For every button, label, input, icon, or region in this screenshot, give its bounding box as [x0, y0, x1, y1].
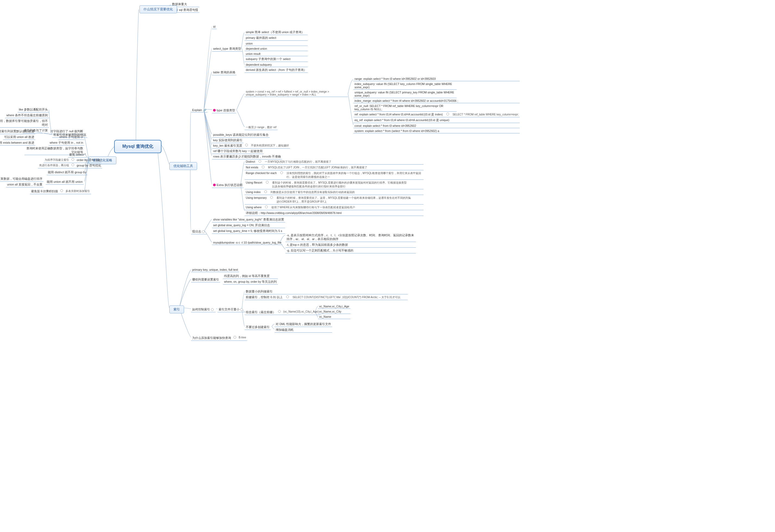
cc-2: vc_Name: [318, 314, 350, 319]
join-circle: [202, 230, 205, 233]
explain-type[interactable]: ➊type 连接类型: [212, 108, 236, 113]
tp-2: unique_subquery: value IN (SELECT primar…: [353, 90, 457, 98]
why-fast-label: 为什么添加索引能够加快查询: [192, 336, 231, 340]
join-circle: [266, 181, 269, 184]
slowlog-items: show variables like "slow_query_log%" 查看…: [212, 217, 285, 234]
join-circle: [446, 113, 449, 115]
explain-id: id: [212, 24, 217, 29]
join-circle: [262, 166, 265, 168]
explain-label: Explain: [192, 108, 202, 112]
iu-lo-0: 对索引列设置默认值以改进: [0, 129, 35, 134]
iu-1: where 条件不符合最左前缀原则: [5, 113, 49, 118]
join-circle: [259, 160, 261, 163]
st-4: union result: [245, 52, 308, 56]
st-3: dependent union: [245, 46, 308, 51]
index-unused-node[interactable]: 有索引但未被用到的情况: [52, 132, 87, 138]
topic-index[interactable]: 索引: [169, 306, 184, 313]
sl-1: set global slow_query_log = ON; 开启满日志: [212, 223, 285, 228]
fs-1: 前缀索引，控制在 0.31 以上: [246, 295, 283, 299]
ex-2v: 没有找到理想的索引，因此对于从前面表中来的每一个行组合，MYSQL检查使用哪个索…: [287, 171, 422, 179]
extra-detail-link[interactable]: 详细说明：http://www.cnitblog.com/aliyiyi08/a…: [245, 211, 423, 216]
orderby-row: 为排序字段建立索引 order by 语句优化: [43, 158, 101, 163]
unionall-label[interactable]: 能用 union all 就不用 union: [46, 179, 84, 185]
ex-5v: 看到这个的时候，查询需要优化了。这里，MYSQL需要创建一个临时表来存储结果，这…: [277, 196, 412, 204]
fs-0: 数据量小的列做索引: [245, 289, 408, 294]
join-circle: [71, 163, 74, 166]
ds-2: -g, 后边可以写一个正则匹配模式，大小写不敏感的: [286, 248, 416, 253]
explain-extra[interactable]: ➊Extra 执行状态说明: [212, 182, 244, 188]
ds-0: -s, 是表示按照何种方式排序，c、t、l、r分别是按照记录次数、时间、查询时间…: [286, 233, 416, 242]
ex-3k: Using filesort: [246, 181, 262, 184]
fs-3[interactable]: 不要过多创建索引: [245, 325, 271, 330]
control-index[interactable]: 如何控制索引: [191, 307, 216, 312]
warn-icon: ➊: [213, 183, 216, 187]
ex-4k: Using index: [246, 190, 261, 194]
ex-6k: Using where: [246, 206, 262, 209]
slowlog-node[interactable]: 慢日志: [191, 229, 207, 234]
which-cols[interactable]: 哪些列需要设置索引: [191, 277, 220, 282]
explain-keylen-note: 不损失精度的情况下，越短越好: [251, 144, 289, 148]
orderby-label: order by 语句优化: [77, 158, 100, 162]
ex-6v: 使用了WHERE从句来限制哪些行将与下一张表匹配或者是返回给用户: [271, 206, 355, 209]
slowlog-label: 慢日志: [192, 230, 201, 233]
join-circle: [211, 308, 214, 311]
tp-5-side: SELECT * FROM ref_table WHERE key_column…: [453, 113, 519, 116]
oc-1: 增加磁盘消耗: [275, 328, 332, 333]
ex-5k: Using temporary: [246, 196, 267, 199]
sl-2: set global long_query_time = 5; 修改慢查询时间为…: [212, 229, 285, 234]
explain-type-text: type 连接类型: [217, 109, 235, 112]
ex-1k: Not exists: [246, 166, 258, 169]
overcreate-notes: 对 DML 性能影响大，频繁的更新索引文件 增加磁盘消耗: [275, 322, 332, 333]
join-circle: [270, 196, 273, 199]
selecttype-items: simple 简单 select（不使用 union 或子查询） primary…: [245, 30, 308, 73]
wc-1: where, on, group by, order by 等关注的列: [223, 279, 278, 285]
tp-1: index_subquery: value IN (SELECT key_col…: [353, 82, 457, 90]
cc-1: vc_Name,vc_City: [318, 309, 350, 314]
explain-keylen-row: key_len 最长索引宽度 不损失精度的情况下，越短越好: [212, 143, 290, 149]
combo-row: 组合索引（最左前缀） (vc_Name(10),vc_City,i_Age);: [245, 310, 321, 315]
file-small-label: 索引文件尽量小: [219, 308, 240, 311]
file-small[interactable]: 索引文件尽量小: [218, 307, 245, 312]
index-types: primary key, unique, index, full text: [191, 267, 239, 272]
wc-0: 纬度高的列，例如 id 等高不重复度: [223, 274, 278, 279]
join-circle: [278, 310, 281, 313]
topic-tools[interactable]: 优化辅助工具: [169, 162, 197, 170]
join-circle: [71, 158, 74, 161]
distinct-label: 能用 distinct 就不用 group by: [47, 170, 87, 175]
explain-selecttype[interactable]: select_type 查询类型: [212, 46, 242, 52]
root-node: Mysql 查询优化: [114, 140, 161, 153]
explain-pk: possible_keys 该表能定位到行的索引集合: [212, 132, 270, 138]
iu-0: like 参数以通配符开头: [18, 107, 49, 112]
warn-icon: ➊: [213, 109, 216, 112]
why-fast-note: B-tree: [239, 336, 246, 340]
unionall-notes: union 会排序去掉重复数据，可能会用磁盘进行排序 union all 直接返…: [0, 177, 43, 187]
explain-extra-text: Extra 执行状态说明: [217, 183, 243, 187]
groupby-row: 先进行条件筛选，再分组 group by 语句优化: [38, 163, 102, 168]
ex-2k: Range checked for each: [246, 171, 277, 175]
prefix-desc: SELECT COUNT(DISTINCT(LEFT(`title`,10)))…: [293, 295, 407, 299]
orderby-note: 为排序字段建立索引: [45, 158, 69, 162]
combo-sample: (vc_Name(10),vc_City,i_Age);: [283, 310, 319, 314]
ex-1v: MYSQL优化了LEFT JOIN，一旦它找到了匹配LEFT JOIN标准的行，…: [268, 166, 367, 169]
which-cols-items: 纬度高的列，例如 id 等高不重复度 where, on, group by, …: [223, 274, 278, 285]
iu-2: 使用 != <> 操作符，数据库引擎可能放弃索引，但不绝对: [0, 119, 49, 128]
sl-0: show variables like "slow_query_log%" 查看…: [212, 217, 285, 222]
tp-0: range: explain select * from t3 where id…: [353, 77, 520, 81]
un-1: union all 直接返回，不去重: [6, 182, 43, 187]
join-circle: [265, 206, 268, 208]
ex-0v: 一旦MYSQL找到了与行相联合匹配的行，就不再搜索了: [265, 160, 331, 164]
join-circle: [240, 308, 243, 311]
join-circle: [280, 171, 283, 174]
join-circle: [264, 190, 267, 193]
dumpslow-node[interactable]: mysqldumpslow -s c -t 10 /path/slow_quer…: [212, 240, 283, 245]
join-circle: [245, 144, 248, 146]
st-0: simple 简单 select（不使用 union 或子查询）: [245, 30, 308, 35]
topic-when-optimize[interactable]: 什么情况下需要优化: [139, 5, 177, 13]
explain-table: table 查询的表格: [212, 70, 237, 75]
iu-lo-1: 可以采用 union all 改进: [3, 135, 35, 140]
link-icon: 🔗: [203, 109, 206, 112]
explain-node[interactable]: Explain🔗: [191, 108, 208, 112]
type-note2: 一般至少 range，最好 ref: [245, 125, 278, 130]
tp-3: index_merge: explain select * from t4 wh…: [353, 99, 520, 103]
file-small-items: 数据量小的列做索引 前缀索引，控制在 0.31 以上 SELECT COUNT(…: [245, 289, 408, 300]
